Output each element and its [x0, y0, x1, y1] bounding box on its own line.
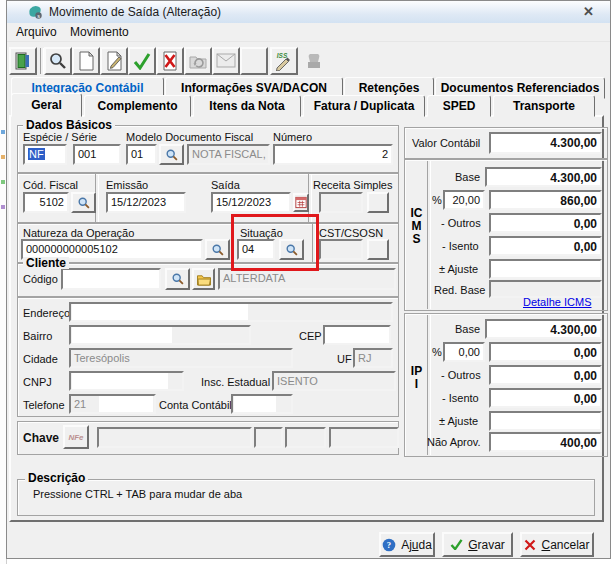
- icms-outros-field[interactable]: 0,00: [489, 213, 602, 233]
- uf-field: RJ: [353, 348, 393, 368]
- chave-field-2: [254, 427, 283, 448]
- exit-door-icon: [13, 51, 33, 71]
- saida-calendar-button[interactable]: [293, 193, 309, 212]
- situacao-field[interactable]: 04: [237, 239, 275, 260]
- especie-value: NF: [28, 148, 45, 160]
- edit-document-icon: [105, 51, 123, 71]
- detalhe-icms-link[interactable]: Detalhe ICMS: [523, 296, 591, 308]
- icms-ajuste-field[interactable]: [489, 259, 602, 279]
- tab-geral[interactable]: Geral: [11, 93, 82, 117]
- icms-isento-field[interactable]: 0,00: [489, 236, 602, 256]
- cod-fiscal-field[interactable]: 5102: [23, 192, 69, 213]
- search-button[interactable]: [44, 47, 72, 75]
- ipi-aliquota-label: %: [432, 346, 442, 358]
- menu-movimento[interactable]: Movimento: [65, 24, 134, 40]
- ajuda-button[interactable]: ? Ajuda: [379, 532, 435, 557]
- delete-button[interactable]: [156, 47, 184, 75]
- receita-simples-field: [319, 192, 363, 213]
- new-document-icon: [77, 51, 95, 71]
- icms-valor-field[interactable]: 860,00: [489, 190, 602, 210]
- ipi-ajuste-field[interactable]: [489, 411, 602, 431]
- ipi-aliquota-field[interactable]: 0,00: [443, 342, 485, 362]
- ipi-valor-field[interactable]: 0,00: [489, 342, 602, 362]
- icms-red-base-label: Red. Base: [434, 284, 485, 296]
- ipi-vertical-title: IPI: [410, 365, 423, 391]
- cep-field[interactable]: [323, 325, 391, 345]
- background-icon: [1, 205, 5, 209]
- codigo-field[interactable]: [61, 268, 161, 290]
- icms-base-field[interactable]: 4.300,00: [485, 167, 602, 187]
- menu-arquivo[interactable]: Arquivo: [11, 24, 62, 40]
- confirm-button[interactable]: [128, 47, 156, 75]
- modelo-field[interactable]: 01: [126, 144, 157, 165]
- chave-field-3: [285, 427, 326, 448]
- chave-field-4: [329, 427, 399, 448]
- svg-text:ISS: ISS: [277, 52, 288, 59]
- help-icon: ?: [382, 538, 396, 552]
- cod-fiscal-search-button[interactable]: [71, 192, 96, 213]
- valor-contabil-field[interactable]: 4.300,00: [489, 132, 602, 154]
- iss-button[interactable]: ISS: [270, 47, 298, 75]
- especie-serie-label: Espécie / Série: [23, 131, 97, 143]
- ajuda-label: Ajuda: [401, 538, 432, 552]
- icms-ajuste-label: ± Ajuste: [439, 263, 478, 275]
- bairro-label: Bairro: [23, 330, 52, 342]
- icms-vertical-title: ICMS: [410, 207, 423, 246]
- cst-csosn-field: [319, 239, 363, 260]
- tab-fatura-duplicata[interactable]: Fatura / Duplicata: [303, 95, 425, 117]
- tab-transporte[interactable]: Transporte: [493, 95, 595, 117]
- iss-pen-icon: ISS: [274, 51, 294, 71]
- insc-estadual-label: Insc. Estadual: [201, 376, 270, 388]
- background-icon: [1, 180, 5, 184]
- close-icon[interactable]: ✕: [583, 4, 594, 19]
- cst-divider: [312, 224, 316, 262]
- saida-field[interactable]: 15/12/2023: [211, 192, 291, 213]
- ipi-base-field[interactable]: 4.300,00: [485, 319, 602, 339]
- tab-itens-da-nota[interactable]: Itens da Nota: [193, 95, 301, 117]
- search-icon: [285, 243, 299, 257]
- cidade-label: Cidade: [23, 353, 58, 365]
- codigo-folder-button[interactable]: [192, 268, 215, 290]
- search-icon: [165, 148, 179, 162]
- background-icon: [1, 130, 5, 134]
- situacao-search-button[interactable]: [279, 239, 304, 260]
- numero-field[interactable]: 2: [273, 144, 393, 165]
- icms-aliquota-label: %: [432, 194, 442, 206]
- natureza-search-button[interactable]: [205, 239, 230, 260]
- modelo-descricao-field: NOTA FISCAL, MI: [187, 144, 270, 165]
- stamp-button: [300, 47, 328, 75]
- toolbar: ISS: [7, 41, 610, 78]
- conta-contabil-label: Conta Contábil: [159, 399, 232, 411]
- icms-base-label: Base: [455, 171, 480, 183]
- refresh-button: [184, 47, 212, 75]
- ipi-divider: [427, 315, 431, 455]
- ipi-nao-aprov-field[interactable]: 400,00: [489, 432, 602, 452]
- stamp-icon: [304, 51, 324, 71]
- edit-document-button[interactable]: [100, 47, 128, 75]
- icms-divider: [427, 161, 431, 309]
- cliente-legend: Cliente: [23, 257, 69, 269]
- modelo-search-button[interactable]: [159, 144, 184, 165]
- redacted-cnpj: [72, 373, 168, 389]
- serie-field[interactable]: 001: [73, 144, 121, 165]
- exit-button[interactable]: [9, 47, 37, 75]
- cancelar-button[interactable]: Cancelar: [520, 532, 594, 557]
- gravar-label: Gravar: [468, 538, 505, 552]
- new-document-button[interactable]: [72, 47, 100, 75]
- dados-basicos-legend: Dados Básicos: [23, 119, 115, 131]
- especie-field[interactable]: NF: [23, 144, 67, 165]
- ipi-isento-field[interactable]: 0,00: [489, 388, 602, 408]
- gravar-button[interactable]: Gravar: [442, 532, 513, 557]
- delete-document-icon: [161, 51, 179, 71]
- tab-complemento[interactable]: Complemento: [84, 95, 191, 117]
- tab-sped[interactable]: SPED: [427, 95, 491, 117]
- emissao-field[interactable]: 15/12/2023: [106, 192, 186, 213]
- check-icon: [132, 52, 152, 70]
- redacted-telefone: [99, 396, 153, 412]
- search-icon: [211, 243, 225, 257]
- codigo-search-button[interactable]: [165, 268, 190, 290]
- cancelar-label: Cancelar: [541, 538, 589, 552]
- icms-aliquota-field[interactable]: 20,00: [443, 190, 485, 210]
- ipi-outros-field[interactable]: 0,00: [489, 365, 602, 385]
- natureza-label: Natureza da Operação: [23, 227, 134, 239]
